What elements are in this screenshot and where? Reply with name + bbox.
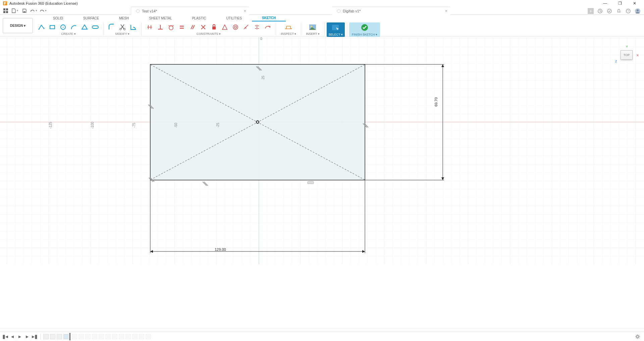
workspace-switcher[interactable]: DESIGN ▾ xyxy=(3,18,33,33)
select-button[interactable]: SELECT ▾ xyxy=(327,22,345,37)
group-constraints-label[interactable]: CONSTRAINTS ▾ xyxy=(197,32,221,36)
timeline-feature[interactable] xyxy=(125,334,131,339)
finish-sketch-button[interactable]: FINISH SKETCH ▾ xyxy=(349,22,380,37)
vertical-constraint-icon[interactable] xyxy=(156,22,165,32)
trim-tool-icon[interactable] xyxy=(118,22,127,32)
redo-icon[interactable]: ▼ xyxy=(40,7,47,14)
timeline-feature[interactable] xyxy=(85,334,91,339)
timeline-feature[interactable] xyxy=(43,334,49,339)
dim-height[interactable]: 69.70 xyxy=(434,97,438,107)
equal-constraint-icon[interactable] xyxy=(177,22,186,32)
concentric-constraint-icon[interactable] xyxy=(231,22,240,32)
timeline-feature[interactable] xyxy=(139,334,144,339)
timeline-feature[interactable] xyxy=(72,334,77,339)
timeline-feature[interactable] xyxy=(57,334,62,339)
data-panel-icon[interactable] xyxy=(2,7,9,14)
select-icon xyxy=(330,23,341,33)
svg-point-20 xyxy=(169,26,173,30)
tangent-constraint-icon[interactable] xyxy=(166,22,176,32)
document-tab-2[interactable]: Digifab v1* × xyxy=(332,7,450,15)
ruler-n125: -125 xyxy=(49,122,52,128)
timeline-feature[interactable] xyxy=(119,334,124,339)
cube-icon xyxy=(337,9,341,13)
inspect-label: INSPECT ▾ xyxy=(281,32,296,36)
perpendicular-constraint-icon[interactable] xyxy=(199,22,208,32)
timeline-feature[interactable] xyxy=(99,334,104,339)
svg-rect-5 xyxy=(23,11,25,12)
svg-rect-21 xyxy=(212,26,216,30)
svg-line-59 xyxy=(636,335,637,336)
document-tabs-left: Test v14* × xyxy=(131,7,249,15)
group-modify-label[interactable]: MODIFY ▾ xyxy=(115,32,129,36)
notifications-icon[interactable] xyxy=(616,8,622,14)
timeline-play-icon[interactable]: ▸ xyxy=(17,334,23,340)
timeline-feature[interactable] xyxy=(50,334,55,339)
ribbon-tabs: SOLID SURFACE MESH SHEET METAL PLASTIC U… xyxy=(36,15,644,21)
timeline-feature[interactable] xyxy=(146,334,151,339)
fix-constraint-icon[interactable] xyxy=(209,22,219,32)
line-tool-icon[interactable] xyxy=(37,22,46,32)
undo-icon[interactable]: ▼ xyxy=(30,7,38,14)
extensions-icon[interactable] xyxy=(597,8,603,14)
window-maximize-button[interactable]: ❐ xyxy=(613,0,627,6)
view-cube-face[interactable]: TOP xyxy=(621,50,633,60)
file-menu-icon[interactable]: ▼ xyxy=(11,7,19,14)
quick-access-bar: ▼ ▼ ▼ xyxy=(0,7,644,15)
tab-sketch[interactable]: SKETCH xyxy=(252,15,286,21)
new-tab-button[interactable]: + xyxy=(588,8,594,14)
window-close-button[interactable]: ✕ xyxy=(628,0,641,6)
svg-rect-14 xyxy=(50,25,55,29)
timeline-playhead[interactable] xyxy=(69,333,70,340)
timeline-feature[interactable] xyxy=(92,334,97,339)
svg-point-12 xyxy=(39,29,40,30)
horizontal-constraint-icon[interactable] xyxy=(145,22,154,32)
sketch-canvas[interactable]: -125 -100 -75 -50 -25 0 25 129.00 69.70 … xyxy=(0,37,644,264)
midpoint-constraint-icon[interactable] xyxy=(220,22,229,32)
curvature-constraint-icon[interactable] xyxy=(263,22,272,32)
rectangle-tool-icon[interactable] xyxy=(48,22,57,32)
timeline-start-icon[interactable]: ▮◂ xyxy=(2,334,8,340)
timeline-feature[interactable] xyxy=(105,334,111,339)
view-cube[interactable]: Y X Z TOP xyxy=(619,46,635,62)
insert-button[interactable]: INSERT ▾ xyxy=(303,22,322,36)
collinear-constraint-icon[interactable] xyxy=(241,22,251,32)
symmetry-constraint-icon[interactable] xyxy=(252,22,262,32)
tab-sheet-metal[interactable]: SHEET METAL xyxy=(139,15,182,21)
circle-tool-icon[interactable] xyxy=(58,22,68,32)
inspect-button[interactable]: INSPECT ▾ xyxy=(278,22,299,36)
timeline-next-icon[interactable]: ▸ xyxy=(24,334,30,340)
timeline-feature[interactable] xyxy=(78,334,84,339)
parallel-constraint-icon[interactable] xyxy=(188,22,197,32)
user-avatar-icon[interactable] xyxy=(635,8,641,14)
axis-z-label: Z xyxy=(615,60,617,63)
job-status-icon[interactable] xyxy=(606,8,612,14)
timeline-feature[interactable] xyxy=(112,334,117,339)
tab-surface[interactable]: SURFACE xyxy=(73,15,109,21)
extend-tool-icon[interactable] xyxy=(128,22,138,32)
tab-close-icon[interactable]: × xyxy=(244,8,246,13)
tab-plastic[interactable]: PLASTIC xyxy=(182,15,216,21)
document-tab-1[interactable]: Test v14* × xyxy=(131,7,249,15)
tab-utilities[interactable]: UTILITIES xyxy=(216,15,252,21)
group-create-label[interactable]: CREATE ▾ xyxy=(61,32,75,36)
help-icon[interactable]: ? xyxy=(625,8,631,14)
arc-tool-icon[interactable] xyxy=(69,22,78,32)
timeline-feature[interactable] xyxy=(132,334,138,339)
timeline-prev-icon[interactable]: ◂ xyxy=(9,334,15,340)
timeline-end-icon[interactable]: ▸▮ xyxy=(32,334,38,340)
tab-solid[interactable]: SOLID xyxy=(43,15,73,21)
timeline-settings-icon[interactable] xyxy=(635,334,641,340)
save-icon[interactable] xyxy=(21,7,28,14)
fillet-tool-icon[interactable] xyxy=(107,22,116,32)
slot-tool-icon[interactable] xyxy=(91,22,100,32)
dim-width[interactable]: 129.00 xyxy=(215,247,226,251)
svg-rect-2 xyxy=(6,8,8,10)
tab-mesh[interactable]: MESH xyxy=(109,15,139,21)
svg-point-25 xyxy=(311,26,312,27)
header-right-icons: + ? xyxy=(588,7,641,15)
polygon-tool-icon[interactable] xyxy=(80,22,89,32)
timeline-feature[interactable] xyxy=(63,334,69,339)
window-minimize-button[interactable]: — xyxy=(598,0,612,6)
svg-rect-1 xyxy=(3,8,5,10)
tab-close-icon[interactable]: × xyxy=(445,8,447,13)
